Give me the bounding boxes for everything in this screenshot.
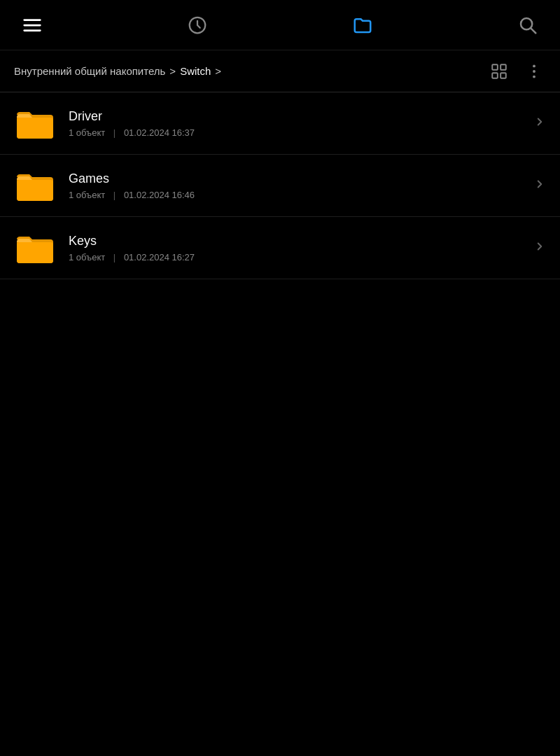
more-options-button[interactable] (522, 59, 546, 83)
top-navigation-bar (0, 0, 560, 50)
svg-point-12 (533, 75, 536, 78)
file-name: Driver (69, 109, 526, 124)
svg-rect-6 (492, 64, 498, 70)
svg-rect-14 (17, 118, 53, 139)
file-list: Driver 1 объект | 01.02.2024 16:37 (0, 92, 560, 279)
file-name: Keys (69, 234, 526, 248)
meta-count: 1 объект (69, 127, 105, 138)
file-meta: 1 объект | 01.02.2024 16:46 (69, 190, 526, 200)
breadcrumb-sep1: > (169, 65, 176, 77)
file-meta: 1 объект | 01.02.2024 16:37 (69, 127, 526, 138)
breadcrumb-sep2: > (215, 65, 221, 77)
chevron-right-icon (533, 115, 546, 132)
file-name: Games (69, 172, 526, 186)
meta-sep: | (113, 127, 115, 138)
svg-point-10 (533, 64, 536, 67)
folder-icon (14, 227, 56, 269)
list-item[interactable]: Games 1 объект | 01.02.2024 16:46 (0, 155, 560, 217)
breadcrumb-current[interactable]: Switch (180, 65, 211, 77)
svg-point-11 (533, 70, 536, 73)
list-item[interactable]: Keys 1 объект | 01.02.2024 16:27 (0, 217, 560, 279)
file-info: Keys 1 объект | 01.02.2024 16:27 (69, 234, 526, 262)
meta-date: 01.02.2024 16:27 (124, 252, 195, 262)
breadcrumb-actions (487, 59, 546, 83)
search-button[interactable] (512, 10, 543, 41)
folder-active-button[interactable] (347, 10, 378, 41)
breadcrumb-root[interactable]: Внутренний общий накопитель (14, 65, 165, 77)
folder-icon (14, 164, 56, 206)
meta-sep: | (113, 252, 115, 262)
hamburger-menu-button[interactable] (17, 10, 48, 41)
file-info: Games 1 объект | 01.02.2024 16:46 (69, 172, 526, 200)
svg-rect-8 (492, 73, 498, 78)
svg-rect-9 (500, 73, 506, 78)
svg-rect-16 (17, 180, 53, 201)
history-button[interactable] (182, 10, 213, 41)
meta-count: 1 объект (69, 252, 105, 262)
svg-line-5 (531, 28, 536, 33)
file-info: Driver 1 объект | 01.02.2024 16:37 (69, 109, 526, 138)
file-meta: 1 объект | 01.02.2024 16:27 (69, 252, 526, 262)
meta-date: 01.02.2024 16:37 (124, 127, 195, 138)
grid-view-button[interactable] (487, 59, 511, 83)
meta-count: 1 объект (69, 190, 105, 200)
chevron-right-icon (533, 178, 546, 194)
meta-sep: | (113, 190, 115, 200)
breadcrumb[interactable]: Внутренний общий накопитель > Switch > (14, 65, 223, 77)
breadcrumb-bar: Внутренний общий накопитель > Switch > (0, 50, 560, 92)
list-item[interactable]: Driver 1 объект | 01.02.2024 16:37 (0, 92, 560, 155)
folder-icon (14, 102, 56, 144)
chevron-right-icon (533, 240, 546, 256)
svg-rect-7 (500, 64, 506, 70)
meta-date: 01.02.2024 16:46 (124, 190, 195, 200)
svg-rect-18 (17, 242, 53, 263)
